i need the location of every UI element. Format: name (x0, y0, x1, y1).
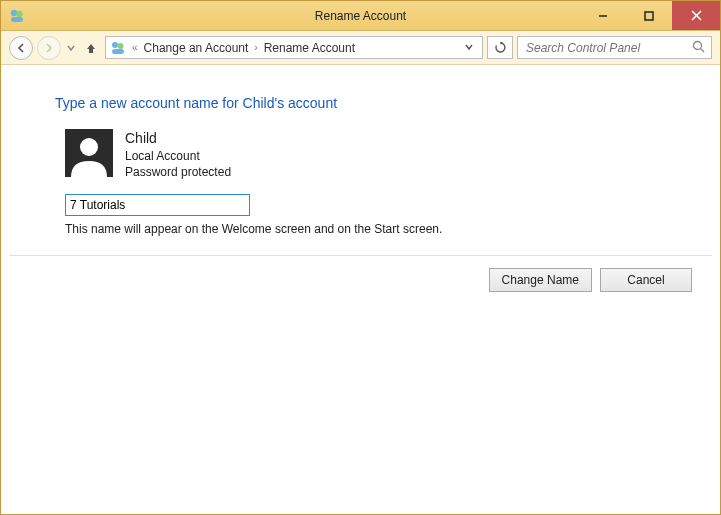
chevron-right-icon: › (254, 42, 257, 53)
users-icon (110, 40, 126, 56)
breadcrumb-overflow[interactable]: « (132, 42, 138, 53)
search-box[interactable] (517, 36, 712, 59)
account-protection: Password protected (125, 164, 231, 180)
dialog-buttons: Change Name Cancel (9, 255, 712, 304)
app-icon (9, 8, 25, 24)
minimize-button[interactable] (580, 1, 626, 30)
breadcrumb-item[interactable]: Rename Account (264, 41, 355, 55)
svg-point-13 (80, 138, 98, 156)
navigation-bar: « Change an Account › Rename Account (1, 31, 720, 65)
address-dropdown[interactable] (460, 42, 478, 53)
svg-rect-2 (11, 17, 23, 22)
avatar (65, 129, 113, 177)
svg-rect-9 (112, 49, 124, 54)
maximize-button[interactable] (626, 1, 672, 30)
window-frame: Rename Account (0, 0, 721, 515)
helper-text: This name will appear on the Welcome scr… (65, 222, 666, 236)
change-name-button[interactable]: Change Name (489, 268, 592, 292)
svg-point-8 (118, 43, 124, 49)
svg-point-10 (694, 41, 702, 49)
svg-point-1 (16, 10, 22, 16)
account-name: Child (125, 129, 231, 148)
refresh-button[interactable] (487, 36, 513, 59)
page-heading: Type a new account name for Child's acco… (55, 95, 666, 111)
close-button[interactable] (672, 1, 720, 30)
account-info: Child Local Account Password protected (125, 129, 231, 180)
breadcrumb-item[interactable]: Change an Account (144, 41, 249, 55)
up-button[interactable] (81, 38, 101, 58)
svg-line-11 (701, 48, 705, 52)
titlebar: Rename Account (1, 1, 720, 31)
search-input[interactable] (524, 40, 692, 56)
forward-button[interactable] (37, 36, 61, 60)
svg-rect-4 (645, 12, 653, 20)
account-type: Local Account (125, 148, 231, 164)
cancel-button[interactable]: Cancel (600, 268, 692, 292)
window-controls (580, 1, 720, 30)
address-bar[interactable]: « Change an Account › Rename Account (105, 36, 483, 59)
recent-locations-dropdown[interactable] (65, 41, 77, 55)
search-icon (692, 40, 705, 56)
svg-point-7 (112, 42, 118, 48)
back-button[interactable] (9, 36, 33, 60)
account-summary: Child Local Account Password protected (65, 129, 666, 180)
svg-point-0 (11, 9, 17, 15)
account-name-input[interactable] (65, 194, 250, 216)
